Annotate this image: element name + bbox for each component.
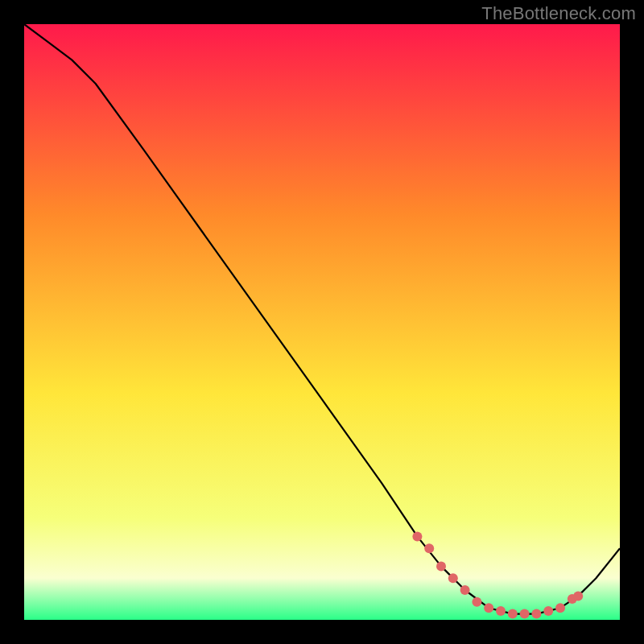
valley-marker bbox=[555, 603, 565, 613]
valley-marker bbox=[472, 597, 481, 607]
valley-marker bbox=[520, 609, 530, 619]
valley-marker bbox=[484, 603, 493, 613]
valley-marker bbox=[508, 609, 518, 619]
valley-marker bbox=[573, 591, 583, 601]
valley-marker bbox=[543, 606, 553, 616]
valley-marker bbox=[460, 585, 470, 595]
chart-stage: TheBottleneck.com bbox=[0, 0, 644, 644]
gradient-background bbox=[24, 24, 620, 620]
valley-marker bbox=[436, 561, 446, 571]
plot-area bbox=[24, 24, 620, 620]
valley-marker bbox=[424, 543, 434, 553]
plot-svg bbox=[24, 24, 620, 620]
valley-marker bbox=[448, 573, 458, 583]
valley-marker bbox=[412, 531, 422, 541]
valley-marker bbox=[531, 609, 541, 619]
attribution-label: TheBottleneck.com bbox=[481, 3, 636, 24]
valley-marker bbox=[496, 606, 506, 616]
